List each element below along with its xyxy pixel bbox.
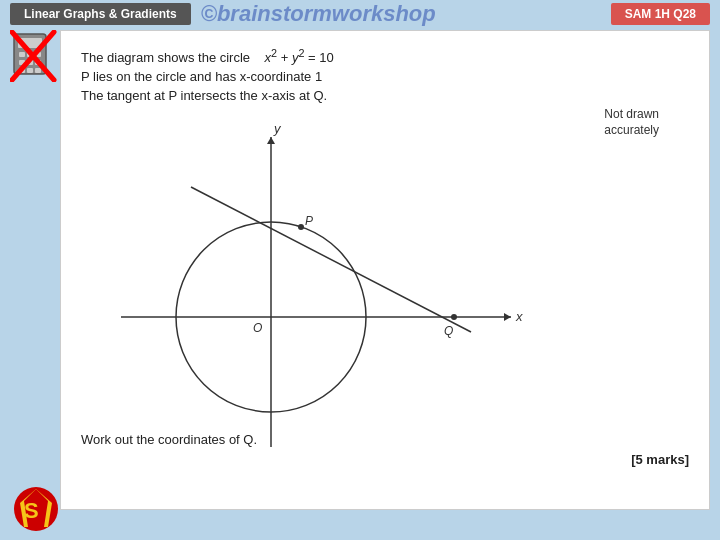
superman-icon: S	[10, 483, 62, 535]
question-label: SAM 1H Q28	[611, 3, 710, 25]
line2-text: P lies on the circle and has x-coordinat…	[81, 69, 322, 84]
marks-label: [5 marks]	[631, 452, 689, 467]
not-drawn-text: Not drawn accurately	[604, 107, 659, 137]
work-out-label: Work out the coordinates of Q.	[81, 432, 257, 447]
calculator-cross-icon	[10, 30, 58, 82]
header-spacer: ©brainstormworkshop	[191, 1, 611, 27]
svg-marker-14	[504, 313, 511, 321]
diagram-area: Not drawn accurately x y P O	[81, 107, 689, 467]
question-paper: The diagram shows the circle x2 + y2 = 1…	[60, 30, 710, 510]
svg-text:S: S	[24, 498, 39, 523]
brand-label: ©brainstormworkshop	[201, 1, 436, 26]
question-line1: The diagram shows the circle x2 + y2 = 1…	[81, 47, 689, 65]
svg-rect-10	[35, 68, 41, 73]
svg-text:x: x	[515, 309, 523, 324]
work-out-text: Work out the coordinates of Q.	[81, 432, 257, 447]
question-line3: The tangent at P intersects the x-axis a…	[81, 88, 689, 103]
svg-text:y: y	[273, 121, 282, 136]
svg-text:Q: Q	[444, 324, 453, 338]
svg-line-23	[191, 187, 471, 332]
svg-rect-2	[19, 52, 25, 57]
line3-text: The tangent at P intersects the x-axis a…	[81, 88, 327, 103]
svg-point-20	[298, 224, 304, 230]
svg-rect-9	[27, 68, 33, 73]
svg-text:P: P	[305, 214, 313, 228]
svg-point-24	[451, 314, 457, 320]
svg-marker-17	[267, 137, 275, 144]
line1-text: The diagram shows the circle	[81, 50, 250, 65]
topic-label: Linear Graphs & Gradients	[10, 3, 191, 25]
svg-text:O: O	[253, 321, 262, 335]
not-drawn-label: Not drawn accurately	[604, 107, 659, 138]
diagram-svg: x y P O Q	[91, 117, 541, 457]
header: Linear Graphs & Gradients ©brainstormwor…	[0, 0, 720, 28]
question-line2: P lies on the circle and has x-coordinat…	[81, 69, 689, 84]
